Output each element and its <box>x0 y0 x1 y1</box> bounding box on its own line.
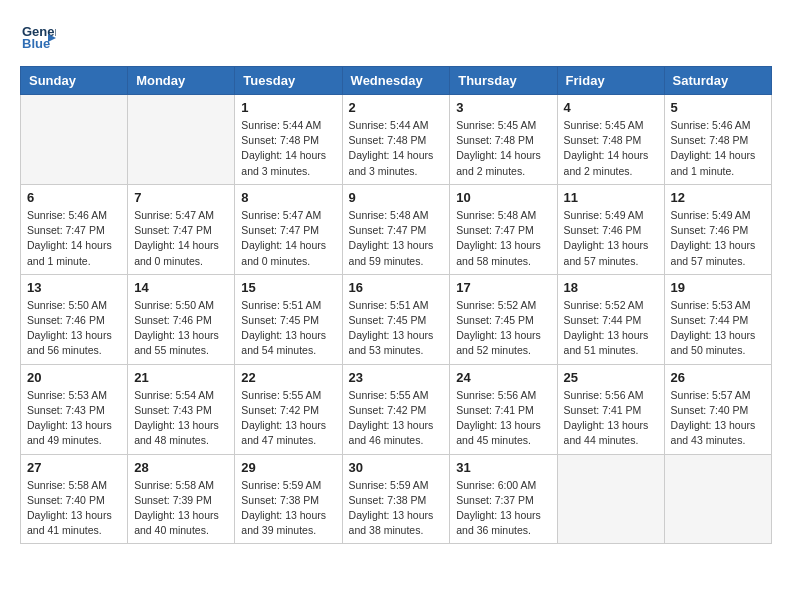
day-info: Sunrise: 5:59 AM Sunset: 7:38 PM Dayligh… <box>241 478 335 539</box>
calendar-cell: 10Sunrise: 5:48 AM Sunset: 7:47 PM Dayli… <box>450 184 557 274</box>
calendar-header-wednesday: Wednesday <box>342 67 450 95</box>
day-number: 27 <box>27 460 121 475</box>
day-info: Sunrise: 5:48 AM Sunset: 7:47 PM Dayligh… <box>456 208 550 269</box>
calendar-cell: 31Sunrise: 6:00 AM Sunset: 7:37 PM Dayli… <box>450 454 557 544</box>
calendar-table: SundayMondayTuesdayWednesdayThursdayFrid… <box>20 66 772 544</box>
day-number: 19 <box>671 280 765 295</box>
calendar-cell: 24Sunrise: 5:56 AM Sunset: 7:41 PM Dayli… <box>450 364 557 454</box>
day-number: 24 <box>456 370 550 385</box>
day-number: 5 <box>671 100 765 115</box>
calendar-cell: 6Sunrise: 5:46 AM Sunset: 7:47 PM Daylig… <box>21 184 128 274</box>
day-number: 7 <box>134 190 228 205</box>
svg-text:Blue: Blue <box>22 36 50 51</box>
calendar-cell <box>128 95 235 185</box>
day-info: Sunrise: 5:53 AM Sunset: 7:43 PM Dayligh… <box>27 388 121 449</box>
day-number: 4 <box>564 100 658 115</box>
day-number: 30 <box>349 460 444 475</box>
day-number: 17 <box>456 280 550 295</box>
day-info: Sunrise: 5:47 AM Sunset: 7:47 PM Dayligh… <box>241 208 335 269</box>
calendar-cell: 26Sunrise: 5:57 AM Sunset: 7:40 PM Dayli… <box>664 364 771 454</box>
logo-icon: General Blue <box>20 20 56 56</box>
day-number: 1 <box>241 100 335 115</box>
calendar-cell: 27Sunrise: 5:58 AM Sunset: 7:40 PM Dayli… <box>21 454 128 544</box>
calendar-cell: 30Sunrise: 5:59 AM Sunset: 7:38 PM Dayli… <box>342 454 450 544</box>
day-number: 20 <box>27 370 121 385</box>
day-info: Sunrise: 5:44 AM Sunset: 7:48 PM Dayligh… <box>241 118 335 179</box>
calendar-week-5: 27Sunrise: 5:58 AM Sunset: 7:40 PM Dayli… <box>21 454 772 544</box>
day-info: Sunrise: 5:54 AM Sunset: 7:43 PM Dayligh… <box>134 388 228 449</box>
calendar-cell: 7Sunrise: 5:47 AM Sunset: 7:47 PM Daylig… <box>128 184 235 274</box>
calendar-week-2: 6Sunrise: 5:46 AM Sunset: 7:47 PM Daylig… <box>21 184 772 274</box>
day-number: 13 <box>27 280 121 295</box>
day-number: 9 <box>349 190 444 205</box>
day-number: 2 <box>349 100 444 115</box>
calendar-cell: 1Sunrise: 5:44 AM Sunset: 7:48 PM Daylig… <box>235 95 342 185</box>
day-info: Sunrise: 6:00 AM Sunset: 7:37 PM Dayligh… <box>456 478 550 539</box>
calendar-header-thursday: Thursday <box>450 67 557 95</box>
day-number: 22 <box>241 370 335 385</box>
day-info: Sunrise: 5:55 AM Sunset: 7:42 PM Dayligh… <box>241 388 335 449</box>
day-number: 31 <box>456 460 550 475</box>
day-info: Sunrise: 5:46 AM Sunset: 7:48 PM Dayligh… <box>671 118 765 179</box>
day-info: Sunrise: 5:48 AM Sunset: 7:47 PM Dayligh… <box>349 208 444 269</box>
calendar-cell: 17Sunrise: 5:52 AM Sunset: 7:45 PM Dayli… <box>450 274 557 364</box>
day-number: 23 <box>349 370 444 385</box>
calendar-cell <box>664 454 771 544</box>
day-number: 11 <box>564 190 658 205</box>
day-number: 14 <box>134 280 228 295</box>
day-info: Sunrise: 5:58 AM Sunset: 7:40 PM Dayligh… <box>27 478 121 539</box>
calendar-cell: 3Sunrise: 5:45 AM Sunset: 7:48 PM Daylig… <box>450 95 557 185</box>
calendar-cell: 8Sunrise: 5:47 AM Sunset: 7:47 PM Daylig… <box>235 184 342 274</box>
calendar-cell: 29Sunrise: 5:59 AM Sunset: 7:38 PM Dayli… <box>235 454 342 544</box>
calendar-header-friday: Friday <box>557 67 664 95</box>
day-info: Sunrise: 5:49 AM Sunset: 7:46 PM Dayligh… <box>671 208 765 269</box>
calendar-week-3: 13Sunrise: 5:50 AM Sunset: 7:46 PM Dayli… <box>21 274 772 364</box>
day-info: Sunrise: 5:51 AM Sunset: 7:45 PM Dayligh… <box>241 298 335 359</box>
calendar-week-1: 1Sunrise: 5:44 AM Sunset: 7:48 PM Daylig… <box>21 95 772 185</box>
calendar-cell <box>557 454 664 544</box>
day-number: 6 <box>27 190 121 205</box>
calendar-cell: 11Sunrise: 5:49 AM Sunset: 7:46 PM Dayli… <box>557 184 664 274</box>
day-info: Sunrise: 5:45 AM Sunset: 7:48 PM Dayligh… <box>456 118 550 179</box>
calendar-cell: 28Sunrise: 5:58 AM Sunset: 7:39 PM Dayli… <box>128 454 235 544</box>
day-number: 10 <box>456 190 550 205</box>
header: General Blue <box>20 20 772 56</box>
calendar-week-4: 20Sunrise: 5:53 AM Sunset: 7:43 PM Dayli… <box>21 364 772 454</box>
calendar-cell: 22Sunrise: 5:55 AM Sunset: 7:42 PM Dayli… <box>235 364 342 454</box>
calendar-cell: 15Sunrise: 5:51 AM Sunset: 7:45 PM Dayli… <box>235 274 342 364</box>
calendar-cell: 19Sunrise: 5:53 AM Sunset: 7:44 PM Dayli… <box>664 274 771 364</box>
day-info: Sunrise: 5:56 AM Sunset: 7:41 PM Dayligh… <box>564 388 658 449</box>
day-info: Sunrise: 5:58 AM Sunset: 7:39 PM Dayligh… <box>134 478 228 539</box>
day-number: 26 <box>671 370 765 385</box>
calendar-cell: 14Sunrise: 5:50 AM Sunset: 7:46 PM Dayli… <box>128 274 235 364</box>
day-info: Sunrise: 5:46 AM Sunset: 7:47 PM Dayligh… <box>27 208 121 269</box>
calendar-cell: 18Sunrise: 5:52 AM Sunset: 7:44 PM Dayli… <box>557 274 664 364</box>
calendar-cell <box>21 95 128 185</box>
day-info: Sunrise: 5:55 AM Sunset: 7:42 PM Dayligh… <box>349 388 444 449</box>
calendar-header-tuesday: Tuesday <box>235 67 342 95</box>
day-info: Sunrise: 5:50 AM Sunset: 7:46 PM Dayligh… <box>134 298 228 359</box>
calendar-cell: 12Sunrise: 5:49 AM Sunset: 7:46 PM Dayli… <box>664 184 771 274</box>
day-number: 3 <box>456 100 550 115</box>
day-info: Sunrise: 5:47 AM Sunset: 7:47 PM Dayligh… <box>134 208 228 269</box>
day-info: Sunrise: 5:57 AM Sunset: 7:40 PM Dayligh… <box>671 388 765 449</box>
day-info: Sunrise: 5:45 AM Sunset: 7:48 PM Dayligh… <box>564 118 658 179</box>
calendar-cell: 16Sunrise: 5:51 AM Sunset: 7:45 PM Dayli… <box>342 274 450 364</box>
calendar-header-row: SundayMondayTuesdayWednesdayThursdayFrid… <box>21 67 772 95</box>
day-number: 12 <box>671 190 765 205</box>
day-info: Sunrise: 5:50 AM Sunset: 7:46 PM Dayligh… <box>27 298 121 359</box>
day-info: Sunrise: 5:51 AM Sunset: 7:45 PM Dayligh… <box>349 298 444 359</box>
calendar-cell: 21Sunrise: 5:54 AM Sunset: 7:43 PM Dayli… <box>128 364 235 454</box>
day-number: 28 <box>134 460 228 475</box>
day-info: Sunrise: 5:49 AM Sunset: 7:46 PM Dayligh… <box>564 208 658 269</box>
day-number: 21 <box>134 370 228 385</box>
calendar-cell: 25Sunrise: 5:56 AM Sunset: 7:41 PM Dayli… <box>557 364 664 454</box>
day-info: Sunrise: 5:52 AM Sunset: 7:45 PM Dayligh… <box>456 298 550 359</box>
calendar-header-sunday: Sunday <box>21 67 128 95</box>
calendar-cell: 13Sunrise: 5:50 AM Sunset: 7:46 PM Dayli… <box>21 274 128 364</box>
calendar-cell: 23Sunrise: 5:55 AM Sunset: 7:42 PM Dayli… <box>342 364 450 454</box>
day-number: 29 <box>241 460 335 475</box>
day-number: 16 <box>349 280 444 295</box>
calendar-cell: 20Sunrise: 5:53 AM Sunset: 7:43 PM Dayli… <box>21 364 128 454</box>
calendar-header-saturday: Saturday <box>664 67 771 95</box>
